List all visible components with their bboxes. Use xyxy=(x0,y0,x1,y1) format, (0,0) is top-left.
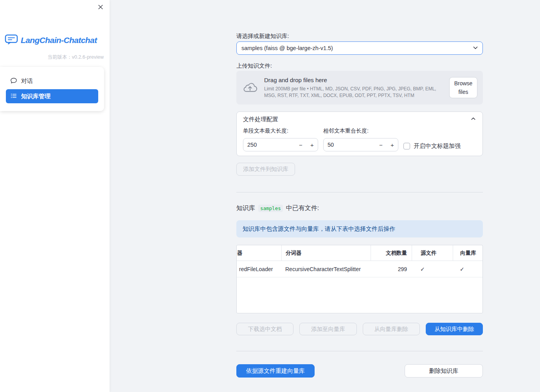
delete-kb-button[interactable]: 删除知识库 xyxy=(405,364,483,378)
kb-name-code: samples xyxy=(258,205,283,212)
kb-select[interactable]: samples (faiss @ bge-large-zh-v1.5) xyxy=(236,41,483,55)
files-table: 器 分词器 文档数量 源文件 向量库 redFileLoader Recursi… xyxy=(236,245,483,313)
cell-vector-check: ✓ xyxy=(453,261,482,277)
col-splitter: 分词器 xyxy=(281,245,371,261)
cell-loader: redFileLoader xyxy=(237,261,281,277)
expander-header[interactable]: 文件处理配置 xyxy=(237,112,482,127)
divider xyxy=(236,192,483,192)
file-dropzone[interactable]: Drag and drop files here Limit 200MB per… xyxy=(236,71,483,104)
file-action-buttons: 下载选中文档 添加至向量库 从向量库删除 从知识库中删除 xyxy=(236,323,483,335)
zh-title-enhance-checkbox[interactable] xyxy=(403,143,410,149)
add-to-vector-store-button[interactable]: 添加至向量库 xyxy=(299,323,356,335)
chevron-up-icon xyxy=(470,116,476,123)
overlap-decrement-button[interactable]: − xyxy=(375,142,387,148)
sidebar: LangChain-Chatchat 当前版本：v0.2.6-preview 对… xyxy=(0,0,110,392)
browse-files-button[interactable]: Browse files xyxy=(449,77,477,99)
sidebar-item-knowledge-base[interactable]: 知识库管理 xyxy=(6,89,98,103)
sidebar-menu: 对话 知识库管理 xyxy=(0,67,104,111)
logo-chat-icon xyxy=(5,34,18,47)
app-title: LangChain-Chatchat xyxy=(21,36,97,45)
list-icon xyxy=(10,92,17,101)
overlap-label: 相邻文本重合长度: xyxy=(323,128,398,135)
kb-select-value: samples (faiss @ bge-large-zh-v1.5) xyxy=(241,45,333,51)
col-doc-count: 文档数量 xyxy=(371,245,412,261)
cell-source-check: ✓ xyxy=(412,261,453,277)
col-vector-store: 向量库 xyxy=(453,245,482,261)
dropzone-text: Drag and drop files here Limit 200MB per… xyxy=(257,77,449,98)
app-logo: LangChain-Chatchat xyxy=(5,34,105,47)
cell-splitter: RecursiveCharacterTextSplitter xyxy=(281,261,371,277)
add-files-button[interactable]: 添加文件到知识库 xyxy=(236,163,295,176)
zh-title-enhance-label[interactable]: 开启中文标题加强 xyxy=(414,142,461,150)
sidebar-item-label: 对话 xyxy=(21,77,33,85)
chevron-down-icon xyxy=(472,45,479,52)
divider xyxy=(236,351,483,351)
upload-label: 上传知识文件: xyxy=(236,62,483,70)
delete-from-kb-button[interactable]: 从知识库中删除 xyxy=(426,323,483,335)
existing-files-heading: 知识库 samples 中已有文件: xyxy=(236,204,483,212)
overlap-increment-button[interactable]: + xyxy=(387,142,398,148)
overlap-value: 50 xyxy=(328,142,375,148)
close-icon xyxy=(98,4,103,11)
overlap-field: 相邻文本重合长度: 50 − + xyxy=(323,127,398,151)
chunk-size-decrement-button[interactable]: − xyxy=(295,142,306,148)
col-source-file: 源文件 xyxy=(412,245,453,261)
kb-select-label: 请选择或新建知识库: xyxy=(236,32,483,40)
cell-doc-count: 299 xyxy=(371,261,412,277)
version-label: 当前版本：v0.2.6-preview xyxy=(47,54,104,61)
sidebar-close-button[interactable] xyxy=(96,3,105,12)
delete-from-vector-store-button[interactable]: 从向量库删除 xyxy=(363,323,420,335)
overlap-input[interactable]: 50 − + xyxy=(323,138,398,151)
chunk-size-field: 单段文本最大长度: 250 − + xyxy=(243,127,318,151)
sidebar-item-label: 知识库管理 xyxy=(21,93,50,100)
table-header-row: 器 分词器 文档数量 源文件 向量库 xyxy=(237,245,482,261)
chunk-size-increment-button[interactable]: + xyxy=(306,142,318,148)
cloud-upload-icon xyxy=(243,81,257,94)
chunk-size-label: 单段文本最大长度: xyxy=(243,128,318,135)
chunk-size-value: 250 xyxy=(247,142,295,148)
existing-files-suffix: 中已有文件: xyxy=(286,204,319,212)
chat-bubble-icon xyxy=(10,77,17,85)
file-config-expander: 文件处理配置 单段文本最大长度: 250 − + 相邻文本重合长度: 50 − … xyxy=(236,111,483,156)
main-content: 请选择或新建知识库: samples (faiss @ bge-large-zh… xyxy=(236,0,483,392)
col-loader: 器 xyxy=(237,245,281,261)
expander-title: 文件处理配置 xyxy=(243,116,278,123)
info-banner: 知识库中包含源文件与向量库，请从下表中选择文件后操作 xyxy=(236,220,483,237)
rebuild-vector-store-button[interactable]: 依据源文件重建向量库 xyxy=(236,364,315,378)
chunk-size-input[interactable]: 250 − + xyxy=(243,138,318,151)
expander-body: 单段文本最大长度: 250 − + 相邻文本重合长度: 50 − + 开启中文标… xyxy=(237,127,482,151)
kb-management-buttons: 依据源文件重建向量库 删除知识库 xyxy=(236,364,483,378)
sidebar-item-dialogue[interactable]: 对话 xyxy=(6,74,98,88)
upload-limit-label: Limit 200MB per file • HTML, MD, JSON, C… xyxy=(264,86,449,98)
existing-files-prefix: 知识库 xyxy=(236,204,255,212)
info-text: 知识库中包含源文件与向量库，请从下表中选择文件后操作 xyxy=(243,225,395,233)
table-row[interactable]: redFileLoader RecursiveCharacterTextSpli… xyxy=(237,261,482,277)
download-selected-button[interactable]: 下载选中文档 xyxy=(236,323,293,335)
drag-drop-label: Drag and drop files here xyxy=(264,77,449,83)
zh-title-enhance-field: 开启中文标题加强 xyxy=(403,141,476,151)
